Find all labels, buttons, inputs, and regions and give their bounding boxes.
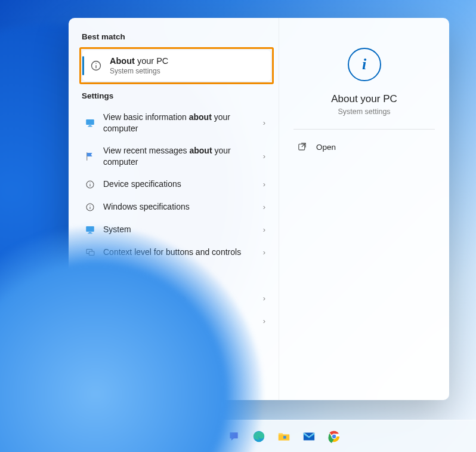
result-view-recent-messages[interactable]: View recent messages about your computer… xyxy=(79,140,274,173)
highlight-search-box: about your PC xyxy=(35,423,159,450)
section-search-web: Search the web xyxy=(82,272,274,281)
result-view-basic-info[interactable]: View basic information about your comput… xyxy=(79,106,274,140)
svg-rect-3 xyxy=(86,119,94,125)
open-label: Open xyxy=(316,143,336,152)
result-device-specifications[interactable]: Device specifications › xyxy=(79,173,274,196)
svg-point-19 xyxy=(87,318,92,323)
info-icon xyxy=(84,201,96,213)
chevron-right-icon: › xyxy=(263,316,265,325)
chat-icon[interactable] xyxy=(224,427,243,446)
svg-rect-29 xyxy=(209,436,214,441)
svg-rect-26 xyxy=(205,432,209,436)
svg-line-18 xyxy=(91,300,93,302)
divider xyxy=(293,129,435,130)
svg-line-23 xyxy=(51,438,53,439)
svg-rect-5 xyxy=(88,126,92,127)
svg-line-20 xyxy=(91,322,93,324)
section-best-match: Best match xyxy=(82,32,274,41)
search-text: about your PC xyxy=(59,431,113,442)
highlight-best-match: About your PC System settings xyxy=(79,47,274,84)
svg-rect-32 xyxy=(283,436,286,439)
search-icon xyxy=(84,315,96,327)
chevron-right-icon: › xyxy=(263,152,265,161)
info-icon xyxy=(84,179,96,190)
info-icon-large: i xyxy=(348,48,381,81)
result-text: About your PC System settings xyxy=(110,56,168,75)
svg-rect-16 xyxy=(89,251,94,255)
web-result-about-time[interactable]: about time › xyxy=(79,310,274,333)
open-external-icon xyxy=(297,142,308,152)
search-icon xyxy=(84,293,96,305)
svg-rect-15 xyxy=(86,250,92,254)
taskbar-search-input[interactable]: about your PC xyxy=(38,426,156,447)
svg-rect-28 xyxy=(205,436,209,441)
svg-rect-13 xyxy=(89,232,92,233)
mail-icon[interactable] xyxy=(299,427,319,446)
svg-point-11 xyxy=(89,205,90,205)
start-button[interactable] xyxy=(8,426,29,447)
chevron-right-icon: › xyxy=(263,248,265,257)
svg-rect-27 xyxy=(209,432,214,436)
results-column: Best match About your PC System settings… xyxy=(69,18,279,400)
svg-point-22 xyxy=(47,433,52,438)
flag-icon xyxy=(84,150,96,162)
svg-rect-4 xyxy=(89,125,92,127)
svg-rect-25 xyxy=(184,433,188,440)
detail-column: i About your PC System settings Open xyxy=(279,18,449,400)
detail-title: About your PC xyxy=(331,93,397,105)
result-system[interactable]: System › xyxy=(79,219,274,241)
svg-point-2 xyxy=(95,63,97,64)
open-action[interactable]: Open xyxy=(293,137,435,157)
chevron-right-icon: › xyxy=(263,202,265,211)
window-icon xyxy=(84,247,96,259)
start-search-panel: Best match About your PC System settings… xyxy=(69,18,449,400)
svg-rect-24 xyxy=(180,433,184,440)
task-view-icon[interactable] xyxy=(174,427,193,446)
search-icon xyxy=(45,432,54,441)
chrome-icon[interactable] xyxy=(324,427,344,446)
display-icon xyxy=(84,224,96,236)
svg-point-8 xyxy=(89,182,90,183)
chevron-right-icon: › xyxy=(263,118,265,127)
result-context-level[interactable]: Context level for buttons and controls › xyxy=(79,241,274,264)
result-about-your-pc[interactable]: About your PC System settings xyxy=(82,50,271,81)
web-result-about[interactable]: about - See web results › xyxy=(79,287,274,310)
detail-subtitle: System settings xyxy=(338,107,390,116)
monitor-icon xyxy=(84,117,96,129)
info-icon xyxy=(89,59,103,72)
chevron-right-icon: › xyxy=(263,294,265,303)
result-windows-specifications[interactable]: Windows specifications › xyxy=(79,196,274,219)
widgets-icon[interactable] xyxy=(199,427,218,446)
chevron-right-icon: › xyxy=(263,225,265,234)
section-settings: Settings xyxy=(82,91,274,100)
svg-rect-14 xyxy=(88,233,92,233)
file-explorer-icon[interactable] xyxy=(274,427,293,446)
taskbar: about your PC xyxy=(0,420,476,452)
svg-rect-12 xyxy=(86,226,94,232)
chevron-right-icon: › xyxy=(263,180,265,189)
svg-point-17 xyxy=(87,296,92,300)
edge-icon[interactable] xyxy=(249,427,268,446)
